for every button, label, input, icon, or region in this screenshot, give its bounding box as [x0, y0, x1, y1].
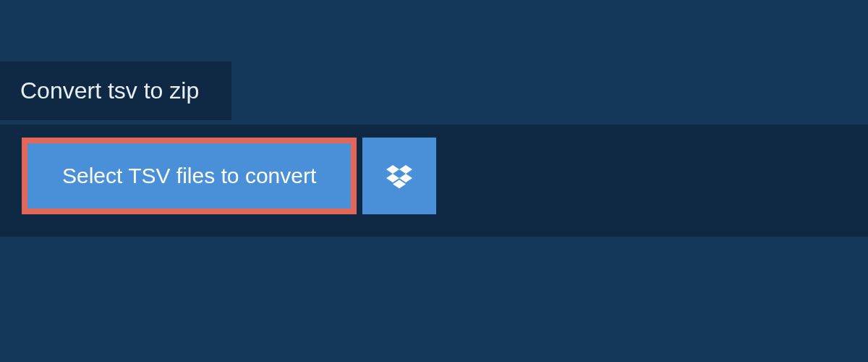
dropbox-icon [386, 163, 412, 189]
select-files-button[interactable]: Select TSV files to convert [27, 143, 351, 209]
button-row: Select TSV files to convert [22, 138, 846, 214]
tab-convert[interactable]: Convert tsv to zip [0, 62, 231, 120]
tab-label: Convert tsv to zip [20, 77, 199, 104]
select-button-highlight: Select TSV files to convert [22, 138, 357, 214]
tab-bar: Convert tsv to zip [0, 62, 231, 120]
content-panel: Select TSV files to convert [0, 125, 868, 237]
dropbox-button[interactable] [362, 138, 436, 214]
